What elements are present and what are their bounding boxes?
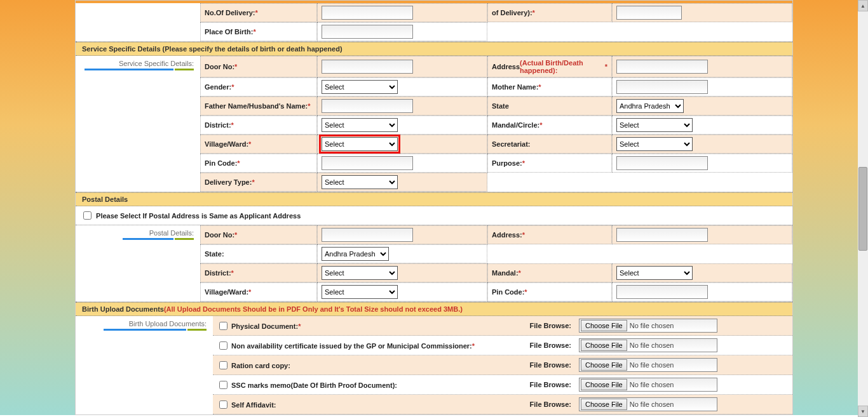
postal-side-label: Postal Details: — [76, 225, 200, 301]
input-postal-door-no[interactable] — [322, 228, 413, 242]
section-header-service-specific: Service Specific Details (Please specify… — [76, 42, 792, 56]
cell-file-input: Choose FileNo file chosen — [575, 375, 721, 394]
upload-row: Physical Document:*File Browse:Choose Fi… — [213, 316, 792, 336]
cell-file-input: Choose FileNo file chosen — [575, 316, 721, 335]
upload-item-label: SSC marks memo(Date Of Birth Proof Docum… — [213, 376, 508, 394]
label-place-of-birth: Place Of Birth:* — [200, 22, 317, 41]
checkbox-upload-item[interactable] — [219, 361, 227, 369]
upload-item-label: Physical Document:* — [213, 317, 508, 334]
input-place-of-birth[interactable] — [322, 25, 413, 39]
service-specific-fields: Door No:* Address(Actual Birth/Death hap… — [200, 56, 792, 192]
upload-item-label: Self Affidavit: — [213, 396, 508, 413]
section-header-postal: Postal Details — [76, 192, 792, 206]
label-file-browse: File Browse: — [508, 322, 575, 329]
choose-file-button[interactable]: Choose File — [581, 399, 627, 410]
upload-row: SSC marks memo(Date Of Birth Proof Docum… — [213, 375, 792, 395]
prev-side-label — [76, 3, 200, 41]
select-postal-mandal[interactable]: Select — [616, 266, 693, 280]
cell-of-delivery-cont — [612, 3, 792, 22]
choose-file-button[interactable]: Choose File — [581, 379, 627, 390]
select-svc-gender[interactable]: Select — [322, 80, 398, 94]
label-file-browse: File Browse: — [508, 361, 575, 369]
content: No.Of Delivery:* of Delivery):* Place Of… — [76, 3, 792, 414]
select-postal-village-ward[interactable]: Select — [322, 285, 398, 299]
choose-file-button[interactable]: Choose File — [581, 359, 627, 371]
postal-fields: Door No:* Address:* State: Andhra Prades… — [200, 225, 792, 301]
file-status-text: No file chosen — [630, 361, 674, 369]
file-status-text: No file chosen — [630, 400, 674, 408]
section-header-uploads: Birth Upload Documents(All Upload Docume… — [76, 302, 792, 316]
page: No.Of Delivery:* of Delivery):* Place Of… — [75, 0, 793, 415]
file-status-text: No file chosen — [630, 341, 674, 349]
label-file-browse: File Browse: — [508, 400, 575, 408]
row-no-of-delivery: No.Of Delivery:* of Delivery):* — [200, 3, 792, 22]
uploads-row: Birth Upload Documents: Physical Documen… — [76, 316, 792, 414]
input-svc-address[interactable] — [616, 60, 708, 74]
scroll-down-button[interactable]: ▼ — [858, 406, 868, 415]
checkbox-upload-item[interactable] — [219, 381, 227, 389]
cell-file-input: Choose FileNo file chosen — [575, 355, 721, 374]
cell-file-input: Choose FileNo file chosen — [575, 336, 721, 355]
select-svc-state[interactable]: Andhra Pradesh — [616, 99, 684, 113]
input-svc-purpose[interactable] — [616, 156, 708, 170]
scroll-up-button[interactable]: ▲ — [858, 0, 868, 11]
uploads-list: Physical Document:*File Browse:Choose Fi… — [213, 316, 792, 414]
cell-file-input: Choose FileNo file chosen — [575, 395, 721, 414]
checkbox-postal-same-as[interactable] — [83, 211, 92, 220]
service-specific-side-label: Service Specific Details: — [76, 56, 200, 192]
empty-lab — [487, 22, 612, 41]
input-svc-father-name[interactable] — [322, 99, 413, 113]
scroll-thumb[interactable] — [858, 167, 867, 251]
postal-row: Postal Details: Door No:* Address:* Stat… — [76, 225, 792, 302]
file-status-text: No file chosen — [630, 322, 674, 329]
select-postal-district[interactable]: Select — [322, 266, 398, 280]
label-of-delivery-cont: of Delivery):* — [487, 3, 612, 22]
label-file-browse: File Browse: — [508, 341, 575, 349]
prev-side-fields: No.Of Delivery:* of Delivery):* Place Of… — [200, 3, 792, 41]
select-svc-village-ward[interactable]: Select — [322, 137, 398, 151]
input-no-of-delivery[interactable] — [322, 6, 413, 20]
checkbox-upload-item[interactable] — [219, 341, 227, 350]
service-specific-row: Service Specific Details: Door No:* Addr… — [76, 56, 792, 192]
upload-row: Non availability certificate issued by t… — [213, 336, 792, 355]
vertical-scrollbar[interactable]: ▲ ▼ — [858, 0, 868, 415]
select-postal-state[interactable]: Andhra Pradesh — [322, 247, 389, 261]
upload-item-label: Ration card copy: — [213, 357, 508, 374]
choose-file-button[interactable]: Choose File — [581, 320, 627, 331]
upload-item-label: Non availability certificate issued by t… — [213, 337, 508, 354]
row-place-of-birth: Place Of Birth:* — [200, 22, 792, 41]
cell-place-of-birth — [317, 22, 487, 41]
select-svc-secretariat[interactable]: Select — [616, 137, 693, 151]
upload-row: Ration card copy:File Browse:Choose File… — [213, 355, 792, 375]
prev-section-tail: No.Of Delivery:* of Delivery):* Place Of… — [76, 3, 792, 42]
input-svc-door-no[interactable] — [322, 60, 413, 74]
input-svc-pin[interactable] — [322, 156, 413, 170]
uploads-side-label: Birth Upload Documents: — [76, 316, 213, 414]
label-postal-same-as: Please Select If Postal Address is Same … — [96, 212, 301, 220]
label-no-of-delivery: No.Of Delivery:* — [200, 3, 317, 22]
cell-no-of-delivery — [317, 3, 487, 22]
select-svc-district[interactable]: Select — [322, 118, 398, 132]
input-postal-pin[interactable] — [616, 285, 708, 299]
input-postal-address[interactable] — [616, 228, 708, 242]
checkbox-upload-item[interactable] — [219, 322, 227, 330]
select-svc-delivery-type[interactable]: Select — [322, 175, 398, 189]
select-svc-mandal[interactable]: Select — [616, 118, 693, 132]
scroll-track[interactable] — [858, 11, 868, 406]
upload-row: Self Affidavit:File Browse:Choose FileNo… — [213, 395, 792, 414]
checkbox-upload-item[interactable] — [219, 400, 227, 409]
empty-inp — [612, 22, 792, 41]
postal-same-as-line: Please Select If Postal Address is Same … — [76, 206, 792, 225]
label-file-browse: File Browse: — [508, 381, 575, 388]
choose-file-button[interactable]: Choose File — [581, 340, 627, 351]
input-of-delivery-cont[interactable] — [616, 6, 682, 20]
input-svc-mother-name[interactable] — [616, 80, 708, 94]
file-status-text: No file chosen — [630, 381, 674, 388]
